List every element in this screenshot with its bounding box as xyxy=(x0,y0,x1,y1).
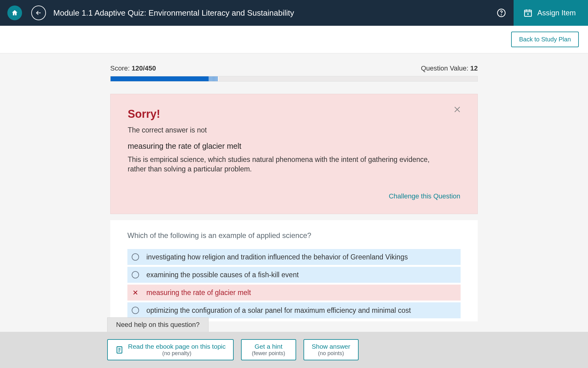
svg-point-1 xyxy=(501,15,501,15)
main-content: Score: 120/450 Question Value: 12 Sorry!… xyxy=(110,53,478,321)
option-label: measuring the rate of glacier melt xyxy=(146,289,251,297)
page-title: Module 1.1 Adaptive Quiz: Environmental … xyxy=(53,8,294,18)
option-label: examining the possible causes of a fish-… xyxy=(146,271,299,279)
radio-icon xyxy=(132,253,139,261)
read-ebook-label: Read the ebook page on this topic xyxy=(128,343,226,350)
bottom-help-bar: Read the ebook page on this topic (no pe… xyxy=(0,332,588,368)
x-mark-icon xyxy=(132,289,139,296)
question-text: Which of the following is an example of … xyxy=(127,231,461,240)
back-button[interactable] xyxy=(31,6,46,20)
sub-bar: Back to Study Plan xyxy=(0,26,588,53)
get-hint-button[interactable]: Get a hint (fewer points) xyxy=(241,339,296,360)
calendar-plus-icon xyxy=(523,8,533,17)
feedback-panel: Sorry! The correct answer is not measuri… xyxy=(110,94,478,214)
arrow-left-icon xyxy=(35,9,42,17)
top-bar: Module 1.1 Adaptive Quiz: Environmental … xyxy=(0,0,588,26)
show-answer-button[interactable]: Show answer (no points) xyxy=(303,339,359,360)
option-3[interactable]: optimizing the configuration of a solar … xyxy=(127,302,461,318)
score-text: Score: 120/450 xyxy=(110,64,156,72)
get-hint-label: Get a hint xyxy=(254,343,282,350)
feedback-heading: Sorry! xyxy=(128,108,460,121)
challenge-question-link[interactable]: Challenge this Question xyxy=(389,192,460,200)
progress-bar xyxy=(110,76,478,82)
show-answer-sublabel: (no points) xyxy=(318,350,344,357)
home-icon xyxy=(11,9,18,17)
option-1[interactable]: examining the possible causes of a fish-… xyxy=(127,267,461,283)
close-icon xyxy=(453,105,462,114)
question-value-text: Question Value: 12 xyxy=(421,64,478,72)
assign-item-label: Assign Item xyxy=(537,9,576,17)
score-row: Score: 120/450 Question Value: 12 xyxy=(110,64,478,72)
progress-stripes xyxy=(208,76,218,81)
ebook-icon xyxy=(115,346,124,354)
assign-item-button[interactable]: Assign Item xyxy=(514,0,588,26)
help-icon xyxy=(497,8,506,17)
options-list: investigating how religion and tradition… xyxy=(127,249,461,318)
home-button[interactable] xyxy=(7,6,22,20)
option-2: measuring the rate of glacier melt xyxy=(127,285,461,301)
close-feedback-button[interactable] xyxy=(453,105,463,115)
back-to-study-plan-button[interactable]: Back to Study Plan xyxy=(511,32,579,47)
read-ebook-sublabel: (no penalty) xyxy=(162,350,191,357)
progress-solid xyxy=(111,76,208,81)
show-answer-label: Show answer xyxy=(312,343,350,350)
read-ebook-button[interactable]: Read the ebook page on this topic (no pe… xyxy=(107,339,234,360)
feedback-explanation: This is empirical science, which studies… xyxy=(128,155,446,174)
question-panel: Which of the following is an example of … xyxy=(110,220,478,321)
help-tab-label: Need help on this question? xyxy=(107,317,209,332)
option-label: investigating how religion and tradition… xyxy=(146,253,408,261)
get-hint-sublabel: (fewer points) xyxy=(252,350,285,357)
radio-icon xyxy=(132,307,139,314)
help-button[interactable] xyxy=(494,6,509,20)
challenge-row: Challenge this Question xyxy=(128,192,460,200)
radio-icon xyxy=(132,271,139,278)
feedback-wrong-answer: measuring the rate of glacier melt xyxy=(128,142,460,151)
option-0[interactable]: investigating how religion and tradition… xyxy=(127,249,461,265)
feedback-subtitle: The correct answer is not xyxy=(128,126,460,134)
option-label: optimizing the configuration of a solar … xyxy=(146,306,411,315)
